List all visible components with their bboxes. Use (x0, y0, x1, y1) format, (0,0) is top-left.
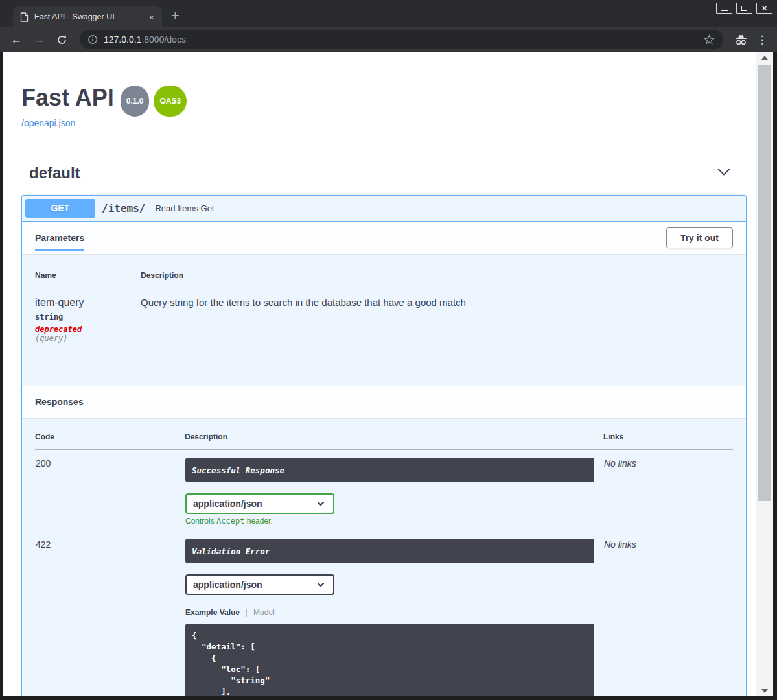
url-path: :8000/docs (141, 34, 186, 45)
parameter-location: (query) (35, 334, 141, 343)
try-it-out-button[interactable]: Try it out (666, 228, 733, 248)
parameters-tab: Parameters (35, 233, 84, 243)
reload-button[interactable] (52, 30, 71, 49)
scrollbar[interactable] (756, 52, 773, 696)
response-links: No links (604, 458, 636, 469)
reload-icon (56, 34, 67, 45)
new-tab-button[interactable]: + (171, 8, 180, 23)
minimize-icon (721, 10, 728, 11)
url-host: 127.0.0.1 (104, 34, 141, 45)
operation-summary[interactable]: GET /items/ Read Items Get (22, 196, 746, 222)
browser-toolbar: ← → 127.0.0.1:8000/docs (0, 27, 777, 52)
responses-body: Code Description Links 200 (22, 418, 746, 696)
responses-title: Responses (35, 397, 84, 407)
url-text: 127.0.0.1:8000/docs (104, 34, 186, 45)
tag-section: default GET /items/ Read Items Get (21, 158, 747, 696)
maximize-button[interactable] (736, 3, 752, 14)
response-description-box: Validation Error (185, 539, 594, 563)
maximize-icon (741, 6, 747, 11)
scroll-down-button[interactable] (756, 686, 773, 696)
parameter-deprecated-flag: deprecated (35, 325, 141, 334)
parameter-row: item-query string deprecated (query) Que… (35, 288, 733, 386)
page-content: Fast API0.1.0OAS3 /openapi.json default (3, 52, 756, 696)
example-json: { "detail": [ { "loc": [ "string" ], "ms… (192, 630, 588, 696)
url-bar[interactable]: 127.0.0.1:8000/docs (80, 30, 723, 49)
chevron-down-icon[interactable] (717, 167, 731, 179)
example-value-code-block: { "detail": [ { "loc": [ "string" ], "ms… (185, 624, 594, 696)
back-button[interactable]: ← (6, 30, 26, 49)
scroll-up-button[interactable] (756, 52, 773, 63)
model-tab[interactable]: Model (253, 608, 275, 617)
menu-kebab-icon[interactable]: ⋮ (754, 33, 771, 47)
response-code: 200 (36, 458, 51, 469)
resp-col-links: Links (603, 432, 733, 450)
close-button[interactable]: × (756, 3, 772, 14)
spec-url: /openapi.json (21, 117, 747, 129)
parameter-description: Query string for the items to search in … (141, 297, 733, 308)
tab-close-icon[interactable]: × (146, 12, 157, 22)
parameters-header: Parameters Try it out (22, 222, 746, 254)
param-col-description: Description (141, 266, 733, 288)
param-col-name: Name (35, 266, 141, 288)
browser-tab[interactable]: Fast API - Swagger UI × (13, 6, 162, 27)
browser-titlebar: Fast API - Swagger UI × + × (0, 0, 777, 27)
response-code: 422 (36, 539, 51, 550)
forward-button[interactable]: → (29, 30, 49, 49)
example-value-tab[interactable]: Example Value (185, 608, 240, 617)
oas3-badge: OAS3 (154, 86, 187, 117)
parameter-type: string (35, 312, 141, 321)
bookmark-star-icon[interactable] (703, 34, 715, 46)
minimize-button[interactable] (716, 3, 732, 14)
resp-col-code: Code (35, 432, 185, 450)
response-row-200: 200 Successful Response application/json (35, 450, 733, 531)
tag-section-header[interactable]: default (21, 158, 747, 189)
version-badge: 0.1.0 (121, 86, 150, 117)
media-type-select-200[interactable]: application/json (185, 493, 334, 514)
media-type-select-422[interactable]: application/json (185, 574, 334, 595)
resp-col-description: Description (185, 432, 603, 450)
tab-title: Fast API - Swagger UI (34, 12, 146, 21)
scroll-down-icon (761, 689, 768, 693)
select-chevron-icon (317, 582, 325, 587)
window-frame-right (773, 52, 777, 696)
page-title: Fast API0.1.0OAS3 (21, 84, 747, 115)
scrollbar-thumb[interactable] (758, 65, 771, 501)
parameter-name: item-query (35, 297, 141, 309)
incognito-icon (734, 34, 748, 45)
responses-header: Responses (22, 386, 746, 418)
method-badge: GET (25, 199, 95, 218)
window-controls: × (716, 3, 772, 14)
tab-separator (246, 609, 247, 617)
page-icon (20, 12, 29, 22)
accept-header-note: Controls Accept header. (185, 517, 603, 526)
response-description-box: Successful Response (185, 458, 594, 482)
api-info: Fast API0.1.0OAS3 /openapi.json (21, 84, 747, 129)
response-links: No links (604, 539, 636, 550)
operation-path: /items/ (102, 202, 145, 215)
tag-name: default (29, 164, 80, 182)
operation-summary-text: Read Items Get (155, 204, 214, 213)
parameters-body: Name Description item-query string depr (22, 254, 746, 386)
window-frame-bottom (0, 696, 777, 699)
scroll-up-icon (761, 56, 768, 60)
select-chevron-icon (317, 501, 325, 506)
example-model-tabs: Example Value Model (185, 608, 603, 617)
site-info-icon[interactable] (87, 34, 98, 45)
response-row-422: 422 Validation Error application/json (35, 531, 733, 696)
openapi-json-link[interactable]: /openapi.json (21, 118, 75, 128)
operation-block: GET /items/ Read Items Get Parameters Tr… (21, 195, 747, 696)
